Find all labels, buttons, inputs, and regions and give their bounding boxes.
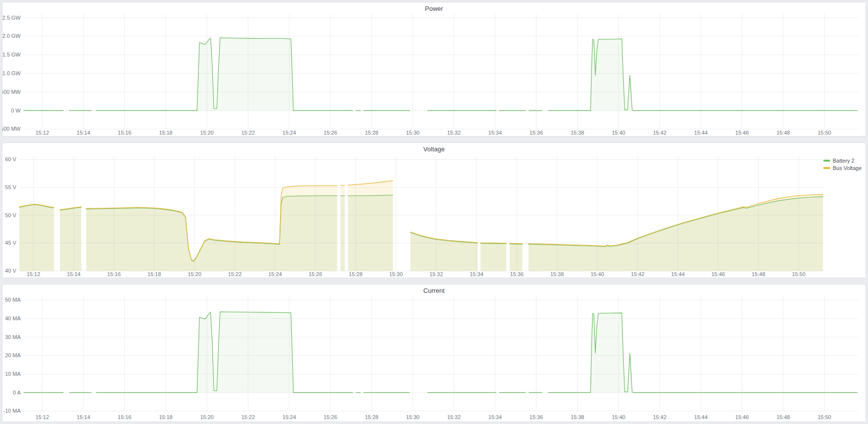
legend-item-battery-2[interactable]: Battery 2 [823, 158, 862, 164]
legend-label: Bus Voltage [833, 165, 862, 171]
svg-text:15:38: 15:38 [571, 130, 585, 136]
svg-text:15:40: 15:40 [612, 414, 625, 420]
svg-text:15:50: 15:50 [817, 130, 831, 136]
svg-text:15:30: 15:30 [406, 414, 420, 420]
svg-text:15:44: 15:44 [694, 414, 708, 420]
svg-text:15:18: 15:18 [159, 130, 173, 136]
svg-text:1.0 GW: 1.0 GW [2, 70, 21, 76]
svg-text:15:40: 15:40 [612, 130, 625, 136]
svg-text:15:12: 15:12 [35, 130, 49, 136]
voltage-panel: Voltage 60 V55 V50 V45 V40 V15:1215:1415… [2, 142, 866, 278]
svg-text:15:20: 15:20 [188, 271, 201, 277]
svg-text:15:36: 15:36 [510, 271, 524, 277]
svg-text:15:28: 15:28 [365, 130, 379, 136]
svg-text:15:32: 15:32 [447, 414, 461, 420]
power-chart[interactable]: 2.5 GW2.0 GW1.5 GW1.0 GW500 MW0 W-500 MW… [2, 2, 866, 136]
svg-text:15:14: 15:14 [77, 414, 90, 420]
svg-text:15:36: 15:36 [530, 414, 543, 420]
bus-voltage-series-color-dash [823, 167, 830, 169]
svg-text:2.0 GW: 2.0 GW [2, 33, 21, 39]
svg-text:15:28: 15:28 [349, 271, 363, 277]
svg-text:40 MA: 40 MA [5, 315, 21, 321]
svg-text:15:24: 15:24 [282, 130, 296, 136]
svg-text:15:18: 15:18 [147, 271, 161, 277]
svg-text:20 MA: 20 MA [5, 352, 21, 358]
svg-text:15:16: 15:16 [118, 414, 132, 420]
svg-text:15:18: 15:18 [159, 414, 173, 420]
power-panel: Power 2.5 GW2.0 GW1.5 GW1.0 GW500 MW0 W-… [2, 2, 866, 137]
svg-text:10 MA: 10 MA [5, 371, 21, 377]
svg-text:15:44: 15:44 [694, 130, 708, 136]
svg-text:15:22: 15:22 [241, 414, 255, 420]
svg-text:50 V: 50 V [5, 212, 16, 218]
legend-item-bus-voltage[interactable]: Bus Voltage [823, 165, 862, 171]
svg-text:15:30: 15:30 [406, 130, 420, 136]
svg-text:15:26: 15:26 [324, 414, 337, 420]
svg-text:15:26: 15:26 [308, 271, 322, 277]
svg-text:15:44: 15:44 [671, 271, 685, 277]
svg-text:30 MA: 30 MA [5, 334, 21, 340]
svg-text:15:32: 15:32 [429, 271, 443, 277]
svg-text:1.5 GW: 1.5 GW [2, 52, 21, 57]
svg-text:55 V: 55 V [5, 184, 16, 190]
svg-text:15:46: 15:46 [735, 130, 749, 136]
svg-text:15:20: 15:20 [200, 414, 214, 420]
svg-text:15:42: 15:42 [653, 130, 667, 136]
svg-text:15:46: 15:46 [711, 271, 725, 277]
svg-text:15:42: 15:42 [631, 271, 644, 277]
svg-text:15:20: 15:20 [200, 130, 214, 136]
voltage-legend: Battery 2 Bus Voltage [823, 158, 862, 171]
current-panel: Current 50 MA40 MA30 MA20 MA10 MA0 A-10 … [2, 284, 866, 422]
svg-text:0 W: 0 W [11, 108, 21, 113]
voltage-chart[interactable]: 60 V55 V50 V45 V40 V15:1215:1415:1615:18… [2, 143, 866, 278]
svg-text:15:12: 15:12 [27, 271, 40, 277]
svg-text:15:50: 15:50 [792, 271, 806, 277]
svg-text:15:36: 15:36 [530, 130, 543, 136]
svg-text:15:34: 15:34 [488, 414, 502, 420]
svg-text:15:12: 15:12 [35, 414, 49, 420]
svg-text:15:46: 15:46 [735, 414, 749, 420]
svg-text:15:48: 15:48 [777, 130, 790, 136]
svg-text:15:16: 15:16 [118, 130, 132, 136]
svg-text:15:30: 15:30 [389, 271, 403, 277]
svg-text:0 A: 0 A [13, 390, 21, 396]
battery-2-series-color-dash [823, 160, 830, 162]
svg-text:2.5 GW: 2.5 GW [2, 15, 21, 21]
svg-text:15:28: 15:28 [365, 414, 379, 420]
svg-text:15:48: 15:48 [777, 414, 790, 420]
svg-text:15:16: 15:16 [107, 271, 121, 277]
svg-text:15:40: 15:40 [590, 271, 604, 277]
svg-text:500 MW: 500 MW [2, 89, 21, 95]
svg-text:45 V: 45 V [5, 240, 16, 246]
svg-text:15:32: 15:32 [447, 130, 461, 136]
svg-text:15:22: 15:22 [241, 130, 255, 136]
svg-text:15:48: 15:48 [752, 271, 765, 277]
svg-text:-500 MW: -500 MW [2, 126, 21, 132]
svg-text:15:26: 15:26 [324, 130, 337, 136]
svg-text:60 V: 60 V [5, 156, 16, 162]
svg-text:-10 MA: -10 MA [3, 408, 21, 414]
current-chart[interactable]: 50 MA40 MA30 MA20 MA10 MA0 A-10 MA15:121… [2, 284, 866, 422]
svg-text:15:14: 15:14 [77, 130, 90, 136]
svg-text:15:34: 15:34 [470, 271, 483, 277]
svg-text:15:34: 15:34 [488, 130, 502, 136]
svg-text:50 MA: 50 MA [5, 297, 21, 303]
svg-text:15:14: 15:14 [67, 271, 81, 277]
svg-text:15:22: 15:22 [228, 271, 242, 277]
svg-text:15:24: 15:24 [282, 414, 296, 420]
svg-text:15:24: 15:24 [268, 271, 282, 277]
svg-text:15:38: 15:38 [550, 271, 564, 277]
legend-label: Battery 2 [833, 158, 854, 164]
svg-text:15:38: 15:38 [571, 414, 585, 420]
svg-text:40 V: 40 V [5, 268, 16, 274]
svg-text:15:42: 15:42 [653, 414, 667, 420]
svg-text:15:50: 15:50 [817, 414, 831, 420]
